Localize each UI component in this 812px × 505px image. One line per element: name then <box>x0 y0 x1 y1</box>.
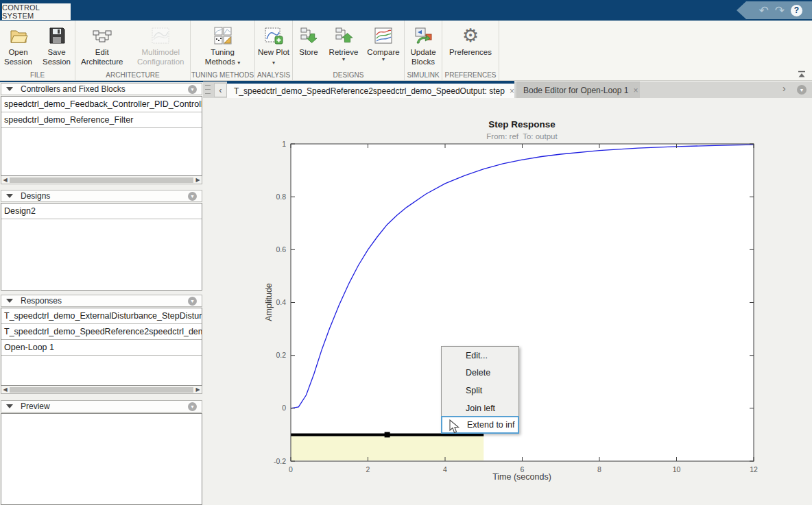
chart-subtitle: From: ref To: output <box>486 132 558 140</box>
tab-scroll-right-button[interactable]: › <box>783 84 786 93</box>
horizontal-scrollbar[interactable]: ◀ ▶ <box>1 176 202 184</box>
tuning-methods-button[interactable]: Tuning Methods ▾ <box>200 24 246 66</box>
gear-icon: ⚙ <box>462 24 479 47</box>
help-icon[interactable]: ? <box>791 5 802 16</box>
dropdown-arrow-icon: ▾ <box>382 57 385 63</box>
svg-text:0.2: 0.2 <box>276 351 286 359</box>
compare-button[interactable]: Compare ▾ <box>364 24 403 63</box>
close-icon[interactable]: × <box>633 86 638 95</box>
y-axis-label: Amplitude <box>264 283 274 321</box>
scroll-right-arrow-icon[interactable]: ▶ <box>194 386 202 393</box>
save-floppy-icon <box>47 24 67 47</box>
step-response-plot: 024681012-0.200.20.40.60.81 Step Respons… <box>213 98 812 505</box>
scroll-left-arrow-icon[interactable]: ◀ <box>1 386 9 393</box>
menu-item[interactable]: Join left <box>442 399 518 417</box>
block-diagram-icon <box>91 24 113 47</box>
collapse-triangle-icon[interactable] <box>6 87 13 91</box>
list-item[interactable]: T_speedctrl_demo_SpeedReference2speedctr… <box>1 324 202 340</box>
update-blocks-icon <box>413 24 433 47</box>
menu-item[interactable]: Delete <box>442 365 518 382</box>
scroll-right-arrow-icon[interactable]: ▶ <box>194 177 202 184</box>
splitter-grip-icon[interactable] <box>205 85 211 94</box>
tab-list-menu-icon[interactable]: ▼ <box>797 85 807 95</box>
ribbon-tab-control-system[interactable]: CONTROL SYSTEM <box>1 3 71 21</box>
svg-text:12: 12 <box>750 465 758 473</box>
preferences-button[interactable]: ⚙ Preferences <box>444 24 497 57</box>
panel-menu-icon[interactable]: ▼ <box>188 192 197 201</box>
retrieve-up-arrow-icon <box>333 24 354 47</box>
quick-access-toolbar: ↶ ↷ ? <box>737 1 812 19</box>
sidebar-splitter[interactable] <box>203 98 213 505</box>
scrollbar-thumb[interactable] <box>10 177 193 183</box>
panel-menu-icon[interactable]: ▼ <box>188 297 197 306</box>
panel-menu-icon[interactable]: ▼ <box>188 85 197 94</box>
ribbon-section-designs: Store Retrieve ▾ <box>293 21 405 80</box>
svg-text:0: 0 <box>289 465 293 473</box>
collapse-triangle-icon[interactable] <box>6 404 13 408</box>
panel-header-responses[interactable]: Responses ▼ <box>1 295 202 307</box>
update-blocks-button[interactable]: Update Blocks <box>405 24 441 66</box>
ribbon: Open Session Save Session FILE <box>0 21 812 81</box>
svg-text:0: 0 <box>282 404 286 412</box>
close-icon[interactable]: × <box>510 86 514 96</box>
svg-text:4: 4 <box>443 465 447 473</box>
edit-architecture-button[interactable]: Edit Architecture <box>75 24 129 66</box>
svg-text:2: 2 <box>366 465 370 473</box>
new-plot-icon <box>263 24 284 47</box>
list-item[interactable]: T_speedctrl_demo_ExternalDisturbance_Ste… <box>1 308 202 324</box>
new-plot-button[interactable]: New Plot ▾ <box>257 24 290 66</box>
svg-text:0.6: 0.6 <box>276 245 286 254</box>
compare-curves-icon <box>373 24 394 47</box>
scroll-left-arrow-icon[interactable]: ◀ <box>1 177 9 184</box>
tab-step-response[interactable]: T_speedctrl_demo_SpeedReference2speedctr… <box>227 82 514 98</box>
dropdown-arrow-icon: ▾ <box>272 60 275 66</box>
svg-text:8: 8 <box>597 465 601 473</box>
redo-icon[interactable]: ↷ <box>775 5 785 16</box>
preview-area <box>1 413 202 505</box>
tuning-grid-icon <box>213 24 233 47</box>
designs-list: Design2 <box>1 203 202 291</box>
list-item[interactable]: speedctrl_demo_Reference_Filter <box>1 112 202 128</box>
tab-bode-editor[interactable]: Bode Editor for Open-Loop 1 × <box>516 82 640 98</box>
svg-text:0.8: 0.8 <box>276 193 286 201</box>
multimodel-configuration-button[interactable]: Multimodel Configuration <box>132 24 190 66</box>
horizontal-scrollbar[interactable]: ◀ ▶ <box>1 386 202 394</box>
panel-header-preview[interactable]: Preview ▼ <box>1 400 202 412</box>
undo-icon[interactable]: ↶ <box>759 5 769 16</box>
store-button[interactable]: Store <box>294 24 323 57</box>
open-folder-icon <box>8 24 29 47</box>
dropdown-arrow-icon: ▾ <box>342 57 345 63</box>
svg-text:0.4: 0.4 <box>276 298 286 306</box>
controllers-list: speedctrl_demo_Feedback_Controller_PID_C… <box>1 96 202 176</box>
mouse-cursor-icon <box>449 419 460 434</box>
menu-item[interactable]: Split <box>442 382 518 399</box>
svg-text:10: 10 <box>673 465 681 473</box>
sidebar: Controllers and Fixed Blocks ▼ speedctrl… <box>0 83 203 505</box>
save-session-button[interactable]: Save Session <box>39 24 75 66</box>
collapse-triangle-icon[interactable] <box>6 299 13 303</box>
ribbon-section-file: Open Session Save Session FILE <box>0 21 75 80</box>
multimodel-plot-icon <box>150 24 171 47</box>
ribbon-section-analysis: New Plot ▾ ANALYSIS <box>255 21 293 80</box>
collapse-ribbon-icon[interactable] <box>797 69 807 76</box>
scrollbar-thumb[interactable] <box>10 387 193 393</box>
step-response-figure: 024681012-0.200.20.40.60.81 Step Respons… <box>213 98 812 505</box>
panel-menu-icon[interactable]: ▼ <box>188 402 197 411</box>
retrieve-button[interactable]: Retrieve ▾ <box>326 24 361 63</box>
svg-text:1: 1 <box>282 140 286 148</box>
panel-header-designs[interactable]: Designs ▼ <box>1 190 202 202</box>
x-axis-label: Time (seconds) <box>492 472 551 482</box>
titlebar: CONTROL SYSTEM ↶ ↷ ? <box>0 0 812 21</box>
requirement-infeasible-region[interactable] <box>291 436 483 460</box>
responses-list: T_speedctrl_demo_ExternalDisturbance_Ste… <box>1 308 202 386</box>
ribbon-section-architecture: Edit Architecture Multimodel Configurati… <box>75 21 191 80</box>
tab-scroll-left-button[interactable]: ‹ <box>214 83 227 97</box>
list-item[interactable]: Design2 <box>1 204 202 219</box>
list-item[interactable]: speedctrl_demo_Feedback_Controller_PID_C… <box>1 97 202 112</box>
store-down-arrow-icon <box>298 24 319 47</box>
list-item[interactable]: Open-Loop 1 <box>1 340 202 356</box>
open-session-button[interactable]: Open Session <box>1 24 36 66</box>
panel-header-controllers[interactable]: Controllers and Fixed Blocks ▼ <box>1 83 202 95</box>
collapse-triangle-icon[interactable] <box>6 194 13 198</box>
menu-item[interactable]: Edit... <box>442 347 518 365</box>
